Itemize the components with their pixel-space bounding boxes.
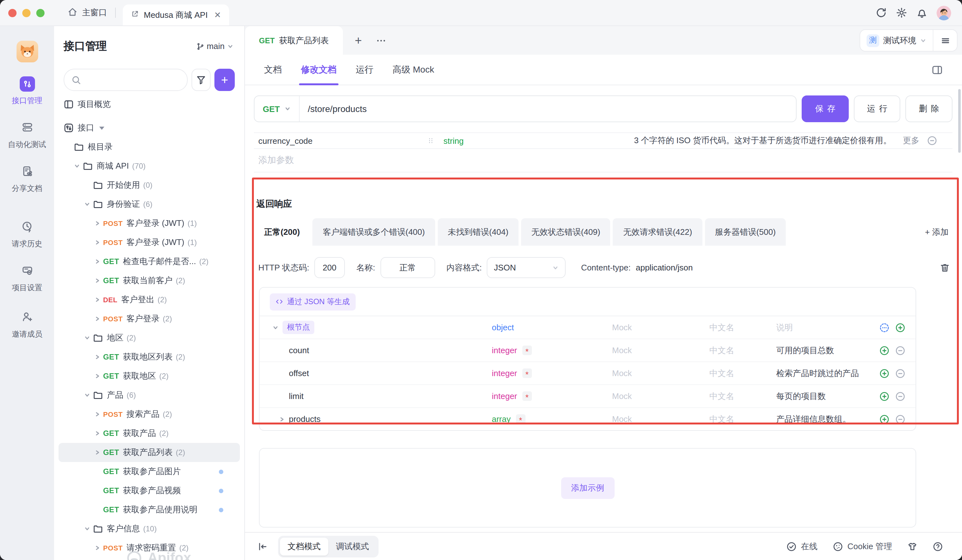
schema-field-type[interactable]: integer — [492, 345, 517, 355]
generate-from-json-button[interactable]: 通过 JSON 等生成 — [270, 293, 355, 310]
tree-endpoint-row[interactable]: POST客户登录 (JWT)(1) — [58, 233, 240, 252]
schema-field-description[interactable]: 检索产品时跳过的产品 — [776, 368, 876, 379]
description-placeholder[interactable]: 说明 — [776, 322, 876, 333]
doc-mode-button[interactable]: 文档模式 — [280, 537, 328, 555]
cookie-manager-button[interactable]: Cookie 管理 — [833, 541, 892, 552]
add-param-row[interactable]: 添加参数 — [254, 149, 952, 173]
schema-field-name[interactable]: offset — [289, 368, 309, 378]
schema-row-count[interactable]: countinteger*Mock中文名可用的项目总数 — [260, 339, 915, 361]
param-name[interactable]: currency_code — [258, 136, 427, 145]
add-example-button[interactable]: 添加示例 — [561, 477, 614, 499]
schema-field-type[interactable]: integer — [492, 368, 517, 378]
menu-button[interactable] — [933, 30, 957, 51]
mock-placeholder[interactable]: Mock — [612, 323, 709, 332]
close-icon[interactable]: ✕ — [214, 10, 221, 20]
tree-endpoint-row[interactable]: GET获取产品(2) — [58, 424, 240, 443]
schema-field-name[interactable]: limit — [289, 391, 303, 401]
schema-field-description[interactable]: 每页的项目数 — [776, 391, 876, 402]
chevron-right-icon[interactable] — [94, 411, 103, 418]
chevron-right-icon[interactable] — [94, 373, 103, 379]
mock-placeholder[interactable]: Mock — [612, 414, 709, 424]
tab-修改文档[interactable]: 修改文档 — [297, 55, 341, 85]
sidebar-item-auto-test[interactable]: 自动化测试 — [8, 121, 46, 150]
chevron-down-icon[interactable] — [84, 201, 93, 207]
avatar[interactable] — [936, 5, 951, 20]
schema-field-name[interactable]: products — [289, 414, 321, 424]
tree-endpoint-row[interactable]: GET获取地区列表(2) — [58, 347, 240, 366]
cn-name-placeholder[interactable]: 中文名 — [709, 368, 776, 379]
method-select[interactable]: GET — [255, 96, 299, 121]
environment-selector[interactable]: 测 测试环境 — [860, 30, 933, 51]
delete-button[interactable]: 删除 — [906, 95, 952, 122]
param-more-button[interactable]: 更多 — [903, 135, 919, 146]
save-button[interactable]: 保存 — [802, 95, 849, 122]
chevron-right-icon[interactable] — [94, 545, 103, 551]
format-select[interactable]: JSON — [487, 257, 566, 278]
tab-运行[interactable]: 运行 — [351, 55, 378, 85]
add-field-icon[interactable] — [895, 322, 906, 332]
minimize-window-button[interactable] — [22, 9, 31, 17]
param-type[interactable]: string — [444, 136, 464, 145]
sidebar-item-project-settings[interactable]: 项目设置 — [8, 265, 46, 294]
panel-toggle-icon[interactable] — [931, 64, 943, 76]
tree-overview-row[interactable]: 项目概览 — [58, 95, 240, 114]
trash-icon[interactable] — [940, 263, 950, 273]
remove-field-icon[interactable] — [895, 391, 906, 401]
collapse-sidebar-button[interactable] — [258, 541, 268, 551]
response-tab[interactable]: 服务器错误(500) — [705, 218, 786, 245]
schema-node-name[interactable]: 根节点 — [282, 321, 314, 334]
tree-endpoint-row[interactable]: POST客户登录(2) — [58, 309, 240, 328]
project-tab[interactable]: Medusa 商城 API ✕ — [123, 5, 229, 26]
remove-field-icon[interactable] — [895, 345, 906, 355]
add-field-icon[interactable] — [879, 414, 889, 424]
response-tab[interactable]: 无效请求错误(422) — [613, 218, 702, 245]
chevron-down-icon[interactable] — [272, 324, 279, 331]
tree-folder-row[interactable]: 商城 API(70) — [58, 157, 240, 176]
branch-selector[interactable]: main — [197, 41, 234, 51]
new-tab-button[interactable]: + — [355, 34, 362, 47]
tree-endpoint-row[interactable]: POST请求密码重置(2) — [58, 538, 240, 557]
search-input[interactable] — [64, 69, 188, 91]
chevron-right-icon[interactable] — [94, 278, 103, 284]
sidebar-item-request-history[interactable]: 请求历史 — [8, 221, 46, 249]
chevron-right-icon[interactable] — [94, 430, 103, 437]
cn-name-placeholder[interactable]: 中文名 — [709, 413, 776, 425]
tree-endpoint-row[interactable]: GET获取参产品视频 — [58, 481, 240, 500]
tree-endpoint-row[interactable]: POST搜索产品(2) — [58, 405, 240, 424]
tree-endpoint-row[interactable]: DEL客户登出(2) — [58, 290, 240, 309]
theme-button[interactable] — [907, 541, 917, 551]
chevron-right-icon[interactable] — [94, 220, 103, 226]
tab-高级 Mock[interactable]: 高级 Mock — [388, 55, 439, 85]
tree-endpoint-row[interactable]: GET获取当前客户(2) — [58, 271, 240, 290]
tree-endpoint-row[interactable]: GET获取保存的支付方式(2) — [58, 557, 240, 560]
chevron-right-icon[interactable] — [279, 416, 285, 422]
tree-folder-row[interactable]: 开始使用(0) — [58, 176, 240, 195]
response-tab[interactable]: 无效状态错误(409) — [521, 218, 610, 245]
cn-name-placeholder[interactable]: 中文名 — [709, 391, 776, 402]
tree-endpoint-row[interactable]: GET获取产品列表(2) — [58, 443, 240, 462]
endpoint-tab[interactable]: GET 获取产品列表 — [245, 26, 343, 55]
app-logo[interactable] — [16, 41, 38, 62]
response-tab[interactable]: 正常(200) — [254, 218, 310, 245]
response-tab[interactable]: 客户端错误或多个错误(400) — [313, 218, 435, 245]
tree-folder-row[interactable]: 产品(6) — [58, 386, 240, 405]
bell-icon[interactable] — [916, 7, 928, 18]
drag-handle-icon[interactable] — [427, 137, 434, 144]
param-description[interactable]: 3 个字符的 ISO 货币代码。这对于基于所选货币进行准确定价很有用。 — [634, 135, 891, 146]
remove-field-icon[interactable] — [895, 414, 906, 424]
cn-name-placeholder[interactable]: 中文名 — [709, 322, 776, 333]
tab-more-button[interactable] — [376, 36, 386, 45]
add-field-icon[interactable] — [879, 345, 889, 355]
chevron-right-icon[interactable] — [94, 258, 103, 265]
cn-name-placeholder[interactable]: 中文名 — [709, 345, 776, 356]
schema-field-type[interactable]: object — [492, 323, 514, 332]
schema-row-offset[interactable]: offsetinteger*Mock中文名检索产品时跳过的产品 — [260, 361, 915, 384]
mock-placeholder[interactable]: Mock — [612, 391, 709, 401]
tree-folder-row[interactable]: 客户信息(10) — [58, 519, 240, 538]
add-button[interactable]: + — [215, 69, 235, 91]
response-name-input[interactable]: 正常 — [380, 257, 435, 278]
debug-mode-button[interactable]: 调试模式 — [328, 537, 377, 555]
schema-field-type[interactable]: integer — [492, 391, 517, 401]
chevron-down-icon[interactable] — [74, 163, 83, 169]
tree-folder-row[interactable]: 根目录 — [58, 137, 240, 157]
